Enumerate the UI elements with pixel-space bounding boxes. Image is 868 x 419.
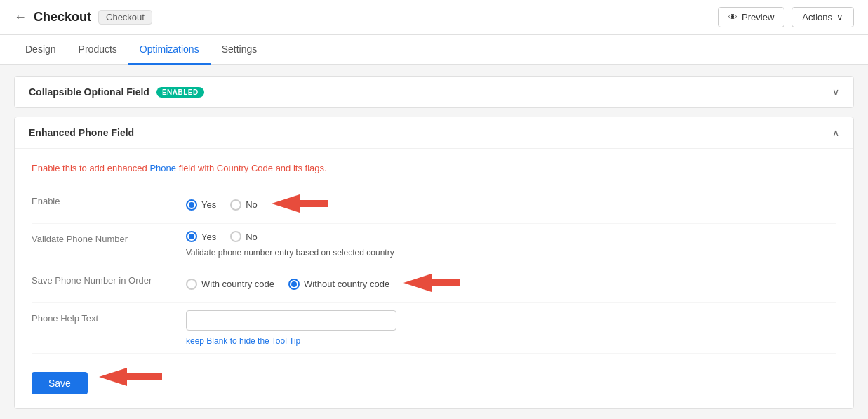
validate-no-option[interactable]: No <box>230 231 258 242</box>
enable-radio-group: Yes No <box>186 199 258 211</box>
tab-settings[interactable]: Settings <box>211 35 269 65</box>
enhanced-phone-field-section: Enhanced Phone Field ∧ Enable this to ad… <box>14 117 854 409</box>
phone-help-text-input[interactable] <box>186 310 396 331</box>
enable-field-row: Enable Yes No <box>32 186 836 224</box>
tab-products[interactable]: Products <box>67 35 128 65</box>
tab-design[interactable]: Design <box>14 35 67 65</box>
section-header-left: Collapsible Optional Field ENABLED <box>29 86 204 98</box>
actions-label: Actions <box>802 12 832 22</box>
save-phone-controls: With country code Without country code <box>186 272 836 295</box>
section-description: Enable this to add enhanced Phone field … <box>32 163 836 173</box>
eye-icon: 👁 <box>728 12 737 22</box>
enable-yes-radio[interactable] <box>186 199 197 211</box>
actions-button[interactable]: Actions ∨ <box>792 7 854 27</box>
back-button[interactable]: ← <box>14 10 27 25</box>
validate-yes-label: Yes <box>201 232 216 242</box>
enable-no-label: No <box>246 199 258 210</box>
svg-marker-2 <box>99 368 162 386</box>
header-right: 👁 Preview Actions ∨ <box>718 7 854 27</box>
main-content: Collapsible Optional Field ENABLED ∨ Enh… <box>0 65 868 419</box>
header-left: ← Checkout Checkout <box>14 10 152 25</box>
phone-help-text-controls: keep Blank to hide the Tool Tip <box>186 310 836 346</box>
validate-no-label: No <box>246 232 258 242</box>
phone-help-tooltip-text: keep Blank to hide the Tool Tip <box>186 336 300 346</box>
collapsible-section-title: Collapsible Optional Field <box>29 86 149 98</box>
validate-yes-radio[interactable] <box>186 231 197 242</box>
enable-controls: Yes No <box>186 193 836 216</box>
back-icon: ← <box>14 10 27 25</box>
breadcrumb: Checkout <box>98 10 152 25</box>
enable-no-option[interactable]: No <box>230 199 258 211</box>
enhanced-phone-section-title: Enhanced Phone Field <box>29 127 134 138</box>
phone-highlight: Phone <box>149 163 176 173</box>
without-country-radio[interactable] <box>288 279 300 290</box>
svg-marker-1 <box>403 274 460 292</box>
validate-phone-controls: Yes No Validate phone number entry based… <box>186 231 836 258</box>
with-country-option[interactable]: With country code <box>186 279 274 290</box>
enable-yes-label: Yes <box>201 199 216 210</box>
red-arrow-enable <box>272 193 328 216</box>
phone-help-text-field-row: Phone Help Text keep Blank to hide the T… <box>32 303 836 354</box>
page-title: Checkout <box>34 10 91 25</box>
preview-button[interactable]: 👁 Preview <box>718 7 784 27</box>
enhanced-phone-field-header[interactable]: Enhanced Phone Field ∧ <box>15 117 853 148</box>
validate-yes-option[interactable]: Yes <box>186 231 216 242</box>
without-country-label: Without country code <box>304 279 389 289</box>
enhanced-phone-section-body: Enable this to add enhanced Phone field … <box>15 148 853 408</box>
validate-phone-field-row: Validate Phone Number Yes No <box>32 224 836 265</box>
without-country-option[interactable]: Without country code <box>288 279 389 290</box>
validate-no-radio[interactable] <box>230 231 241 242</box>
enabled-badge: ENABLED <box>156 87 204 98</box>
preview-label: Preview <box>742 12 774 22</box>
svg-marker-0 <box>272 194 328 213</box>
enable-yes-option[interactable]: Yes <box>186 199 216 211</box>
header: ← Checkout Checkout 👁 Preview Actions ∨ <box>0 0 868 35</box>
save-phone-label: Save Phone Number in Order <box>32 272 186 286</box>
save-phone-radio-group: With country code Without country code <box>186 279 389 290</box>
app-container: ← Checkout Checkout 👁 Preview Actions ∨ … <box>0 0 868 419</box>
chevron-up-icon: ∧ <box>832 127 839 138</box>
with-country-label: With country code <box>201 279 274 289</box>
validate-phone-label: Validate Phone Number <box>32 231 186 244</box>
save-phone-field-row: Save Phone Number in Order With country … <box>32 265 836 303</box>
red-arrow-save-phone <box>403 272 460 295</box>
collapsible-optional-field-header[interactable]: Collapsible Optional Field ENABLED ∨ <box>15 77 853 107</box>
tab-optimizations[interactable]: Optimizations <box>128 35 211 65</box>
validate-phone-radio-group: Yes No <box>186 231 258 242</box>
save-row: Save <box>32 361 836 394</box>
chevron-down-icon: ∨ <box>836 12 843 22</box>
chevron-down-icon: ∨ <box>832 86 839 98</box>
red-arrow-save <box>99 366 162 390</box>
tabs-bar: Design Products Optimizations Settings <box>0 35 868 65</box>
phone-help-text-label: Phone Help Text <box>32 310 186 324</box>
with-country-radio[interactable] <box>186 279 197 290</box>
validate-sub-text: Validate phone number entry based on sel… <box>186 248 836 258</box>
enable-label: Enable <box>32 193 186 206</box>
collapsible-optional-field-section: Collapsible Optional Field ENABLED ∨ <box>14 76 854 108</box>
section-header-left-phone: Enhanced Phone Field <box>29 127 134 138</box>
save-button[interactable]: Save <box>32 372 88 394</box>
enable-no-radio[interactable] <box>230 199 241 211</box>
